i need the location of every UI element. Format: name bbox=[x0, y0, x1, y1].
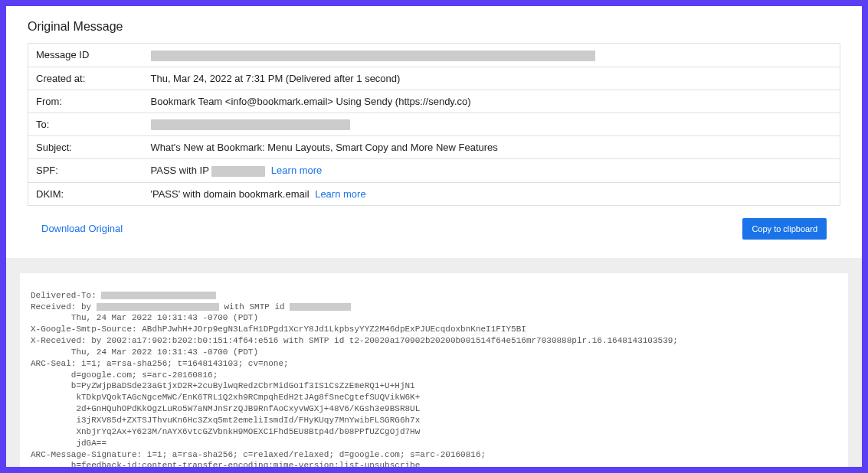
redacted-received-by bbox=[97, 303, 219, 311]
copy-to-clipboard-button[interactable]: Copy to clipboard bbox=[742, 218, 827, 240]
row-message-id: Message ID bbox=[28, 44, 840, 67]
value-spf-prefix: PASS with IP bbox=[151, 165, 212, 176]
raw-message-source: Delivered-To: Received: by with SMTP id … bbox=[20, 273, 848, 467]
spf-learn-more-link[interactable]: Learn more bbox=[271, 165, 322, 176]
row-created-at: Created at: Thu, Mar 24, 2022 at 7:31 PM… bbox=[28, 67, 840, 90]
value-from: Bookmark Team <info@bookmark.email> Usin… bbox=[143, 90, 840, 113]
redacted-message-id bbox=[151, 51, 595, 61]
label-from: From: bbox=[28, 90, 143, 113]
value-created-at: Thu, Mar 24, 2022 at 7:31 PM (Delivered … bbox=[143, 67, 840, 90]
label-message-id: Message ID bbox=[28, 44, 143, 67]
row-dkim: DKIM: 'PASS' with domain bookmark.email … bbox=[28, 182, 840, 205]
row-subject: Subject: What's New at Bookmark: Menu La… bbox=[28, 136, 840, 159]
redacted-delivered-to bbox=[101, 292, 216, 299]
value-subject: What's New at Bookmark: Menu Layouts, Sm… bbox=[143, 136, 840, 159]
label-dkim: DKIM: bbox=[28, 182, 143, 205]
label-to: To: bbox=[28, 113, 143, 136]
redacted-to bbox=[151, 119, 350, 130]
value-dkim: 'PASS' with domain bookmark.email bbox=[151, 188, 310, 200]
label-subject: Subject: bbox=[28, 136, 143, 159]
download-original-link[interactable]: Download Original bbox=[41, 223, 123, 234]
headers-table: Message ID Created at: Thu, Mar 24, 2022… bbox=[28, 43, 840, 206]
row-to: To: bbox=[28, 113, 840, 136]
page-title: Original Message bbox=[28, 20, 840, 34]
label-created-at: Created at: bbox=[28, 67, 143, 90]
redacted-spf-ip bbox=[211, 166, 265, 177]
row-spf: SPF: PASS with IP Learn more bbox=[28, 159, 840, 183]
label-spf: SPF: bbox=[28, 159, 143, 183]
redacted-smtp-id bbox=[290, 303, 351, 311]
row-from: From: Bookmark Team <info@bookmark.email… bbox=[28, 90, 840, 113]
dkim-learn-more-link[interactable]: Learn more bbox=[315, 188, 365, 200]
